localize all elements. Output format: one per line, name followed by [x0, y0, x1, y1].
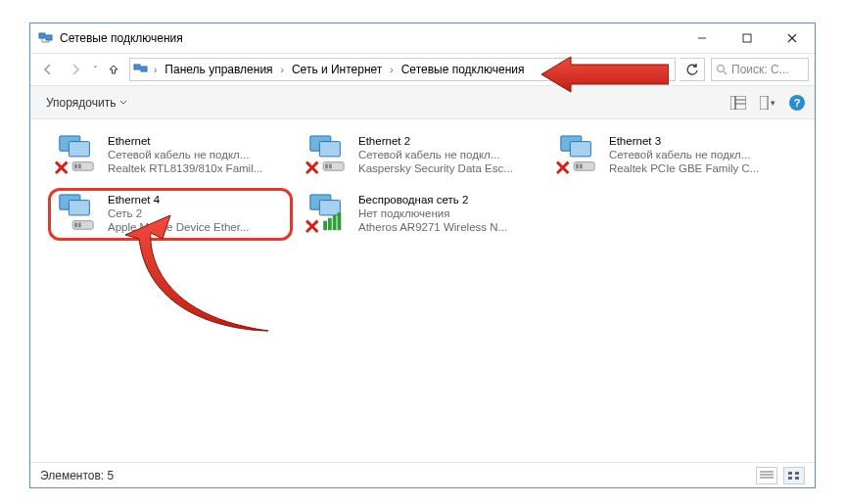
- svg-rect-44: [323, 221, 327, 231]
- svg-rect-7: [141, 67, 147, 71]
- svg-rect-40: [74, 223, 77, 228]
- svg-rect-24: [319, 142, 340, 157]
- svg-rect-3: [743, 34, 751, 42]
- up-button[interactable]: [102, 58, 125, 81]
- window-title: Сетевые подключения: [60, 31, 680, 45]
- svg-rect-19: [74, 164, 77, 169]
- toolbar: Упорядочить ▾ ?: [30, 86, 815, 119]
- navbar: ˅ › Панель управления › Сеть и Интернет …: [30, 53, 815, 86]
- connection-item[interactable]: Беспроводная сеть 2 Нет подключения Athe…: [299, 188, 543, 241]
- svg-rect-26: [325, 164, 328, 169]
- connection-item[interactable]: Ethernet Сетевой кабель не подкл... Real…: [48, 129, 293, 182]
- content-area: Ethernet Сетевой кабель не подкл... Real…: [30, 119, 815, 462]
- svg-rect-53: [788, 472, 792, 475]
- connection-status: Сетевой кабель не подкл...: [108, 148, 262, 161]
- crumb-network-connections[interactable]: Сетевые подключения: [398, 59, 529, 80]
- organize-button[interactable]: Упорядочить: [40, 92, 133, 114]
- maximize-button[interactable]: [725, 23, 770, 53]
- connection-status: Сетевой кабель не подкл...: [358, 148, 513, 161]
- svg-line-9: [724, 71, 727, 74]
- connection-item[interactable]: Ethernet 3 Сетевой кабель не подкл... Re…: [549, 129, 794, 182]
- svg-rect-43: [319, 201, 340, 215]
- chevron-down-icon: [119, 99, 127, 107]
- svg-rect-6: [134, 65, 140, 69]
- address-bar[interactable]: › Панель управления › Сеть и Интернет › …: [129, 58, 676, 81]
- minimize-button[interactable]: [680, 23, 725, 53]
- svg-point-8: [718, 66, 725, 72]
- svg-rect-11: [735, 96, 746, 110]
- svg-rect-0: [39, 33, 45, 38]
- connection-status: Сеть 2: [108, 206, 249, 220]
- network-adapter-icon: [554, 134, 601, 175]
- connection-device: Realtek RTL8139/810x Famil...: [108, 161, 262, 175]
- refresh-button[interactable]: [680, 58, 705, 81]
- connection-name: Беспроводная сеть 2: [358, 193, 507, 206]
- svg-rect-10: [730, 96, 735, 110]
- connection-device: Atheros AR9271 Wireless N...: [358, 220, 507, 234]
- network-adapter-icon: [304, 193, 351, 234]
- search-input[interactable]: Поиск: С...: [711, 58, 809, 81]
- connection-status: Сетевой кабель не подкл...: [609, 148, 759, 161]
- crumb-control-panel[interactable]: Панель управления: [161, 59, 276, 80]
- connection-name: Ethernet: [108, 134, 262, 148]
- crumb-sep[interactable]: ›: [279, 65, 286, 75]
- window: Сетевые подключения ˅ › Панель управлени…: [29, 23, 816, 488]
- svg-rect-31: [570, 142, 590, 157]
- crumb-sep[interactable]: ›: [388, 65, 395, 75]
- svg-rect-33: [576, 164, 579, 169]
- svg-rect-41: [78, 223, 81, 228]
- connection-name: Ethernet 2: [358, 134, 513, 148]
- view-layout-button[interactable]: [730, 95, 746, 111]
- svg-rect-27: [329, 164, 332, 169]
- connection-name: Ethernet 4: [108, 193, 249, 206]
- svg-rect-15: [768, 96, 769, 110]
- crumb-network-internet[interactable]: Сеть и Интернет: [288, 59, 386, 80]
- connection-name: Ethernet 3: [609, 134, 759, 148]
- svg-rect-34: [580, 164, 583, 169]
- svg-rect-54: [795, 472, 799, 475]
- connection-device: Apple Mobile Device Ether...: [108, 220, 249, 234]
- svg-rect-45: [328, 218, 332, 230]
- connection-status: Нет подключения: [358, 206, 507, 220]
- forward-button[interactable]: [64, 58, 87, 81]
- connection-item[interactable]: Ethernet 4 Сеть 2 Apple Mobile Device Et…: [48, 188, 293, 241]
- search-placeholder: Поиск: С...: [731, 63, 789, 76]
- address-dropdown[interactable]: ˅: [664, 65, 673, 75]
- svg-rect-38: [69, 201, 89, 215]
- svg-rect-47: [338, 212, 342, 230]
- app-icon: [38, 30, 54, 46]
- connection-item[interactable]: Ethernet 2 Сетевой кабель не подкл... Ka…: [299, 129, 543, 182]
- network-adapter-icon: [53, 193, 100, 234]
- svg-rect-20: [78, 164, 81, 169]
- connection-device: Kaspersky Security Data Esc...: [358, 161, 513, 175]
- item-count: Элементов: 5: [40, 469, 114, 482]
- search-icon: [716, 64, 728, 75]
- icons-view-button[interactable]: [783, 467, 805, 484]
- network-adapter-icon: [53, 134, 100, 175]
- view-options-button[interactable]: ▾: [760, 95, 775, 111]
- titlebar: Сетевые подключения: [30, 23, 815, 53]
- crumb-sep[interactable]: ›: [152, 65, 159, 75]
- history-dropdown[interactable]: ˅: [93, 65, 98, 74]
- back-button[interactable]: [36, 58, 60, 81]
- close-button[interactable]: [770, 23, 815, 53]
- svg-rect-55: [788, 477, 792, 480]
- network-adapter-icon: [304, 134, 351, 175]
- svg-rect-17: [69, 142, 89, 157]
- location-icon: [132, 61, 150, 78]
- svg-rect-1: [46, 35, 52, 40]
- help-button[interactable]: ?: [789, 95, 805, 111]
- statusbar: Элементов: 5: [30, 462, 815, 487]
- details-view-button[interactable]: [756, 467, 777, 484]
- svg-rect-46: [333, 215, 337, 230]
- svg-rect-56: [795, 477, 799, 480]
- connection-device: Realtek PCIe GBE Family C...: [609, 161, 759, 175]
